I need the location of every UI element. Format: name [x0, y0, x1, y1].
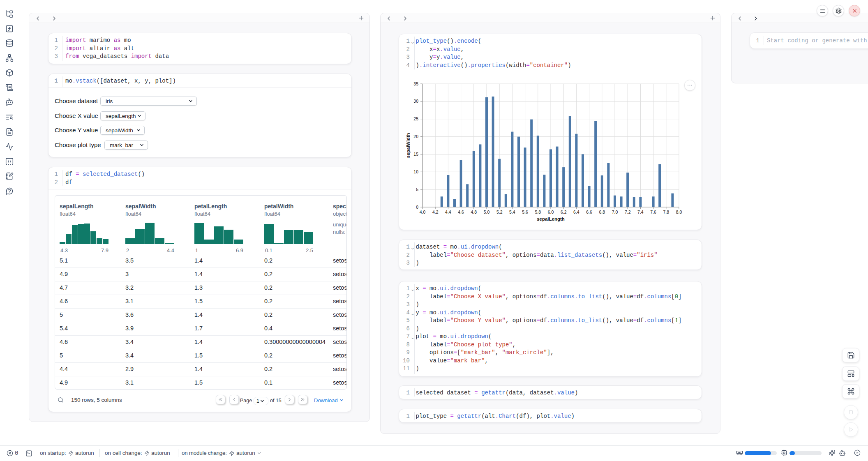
- svg-text:4.0: 4.0: [420, 210, 426, 214]
- svg-text:10: 10: [413, 169, 418, 174]
- svg-text:25: 25: [413, 116, 418, 121]
- svg-text:6.6: 6.6: [586, 210, 592, 214]
- svg-text:7.4: 7.4: [637, 210, 644, 214]
- svg-text:15: 15: [413, 152, 418, 157]
- svg-text:7.6: 7.6: [650, 210, 656, 214]
- svg-text:0: 0: [416, 205, 418, 210]
- svg-text:4.4: 4.4: [445, 210, 451, 214]
- svg-text:20: 20: [413, 134, 418, 139]
- svg-text:35: 35: [413, 81, 418, 86]
- svg-text:5.0: 5.0: [484, 210, 490, 214]
- svg-text:5.8: 5.8: [535, 210, 541, 214]
- svg-text:5.6: 5.6: [522, 210, 528, 214]
- svg-text:6.8: 6.8: [599, 210, 605, 214]
- svg-text:4.8: 4.8: [471, 210, 477, 214]
- svg-text:4.2: 4.2: [432, 210, 439, 214]
- svg-text:7.0: 7.0: [612, 210, 618, 214]
- svg-text:sepalLength: sepalLength: [537, 217, 565, 221]
- svg-text:6.4: 6.4: [573, 210, 579, 214]
- svg-text:30: 30: [413, 99, 418, 104]
- svg-text:7.2: 7.2: [625, 210, 631, 214]
- svg-text:5.2: 5.2: [496, 210, 503, 214]
- svg-text:4.6: 4.6: [458, 210, 464, 214]
- svg-text:6.0: 6.0: [548, 210, 554, 214]
- svg-text:sepalWidth: sepalWidth: [406, 133, 411, 158]
- svg-text:8.0: 8.0: [676, 210, 682, 214]
- svg-text:5: 5: [416, 187, 418, 192]
- svg-text:5.4: 5.4: [509, 210, 515, 214]
- svg-text:7.8: 7.8: [663, 210, 669, 214]
- svg-text:6.2: 6.2: [561, 210, 567, 214]
